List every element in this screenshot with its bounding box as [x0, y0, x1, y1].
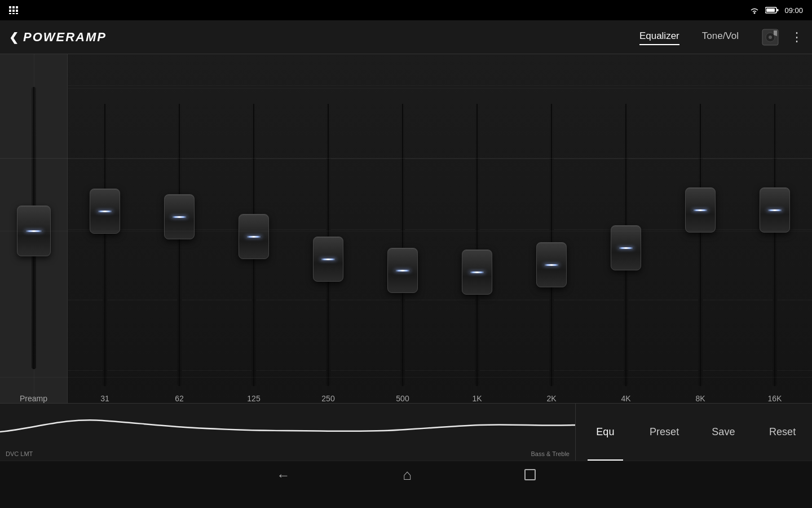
- band-8k-label: 8K: [663, 394, 738, 403]
- tab-reset[interactable]: Reset: [753, 404, 812, 461]
- band-31-knob[interactable]: [90, 189, 120, 234]
- status-right: 09:00: [749, 6, 803, 15]
- band-31-label: 31: [68, 394, 142, 403]
- grid-icon: [9, 6, 20, 14]
- eq-curve: [0, 409, 575, 443]
- band-250-track: [326, 104, 330, 386]
- band-500-track: [400, 104, 405, 386]
- preamp-knob[interactable]: [17, 205, 51, 256]
- band-1k-track: [475, 104, 479, 386]
- logo-arrow-icon: ❮: [9, 30, 19, 44]
- tab-preset[interactable]: Preset: [635, 404, 694, 461]
- band-31: 31: [68, 54, 142, 403]
- band-250-knob[interactable]: [313, 237, 343, 282]
- band-125-knob[interactable]: [239, 214, 269, 259]
- bottom-labels: DVC LMT Bass & Treble: [6, 450, 570, 457]
- bass-treble-label: Bass & Treble: [531, 450, 570, 457]
- svg-rect-6: [9, 13, 11, 14]
- bottom-section: DVC LMT Bass & Treble Equ Preset Save Re…: [0, 403, 812, 461]
- band-125: 125: [217, 54, 291, 403]
- preamp-label: Preamp: [0, 394, 67, 403]
- band-500-knob[interactable]: [387, 248, 418, 293]
- svg-rect-0: [9, 6, 11, 8]
- preamp-column: Preamp: [0, 54, 68, 403]
- tab-equ[interactable]: Equ: [576, 404, 635, 461]
- svg-point-9: [754, 12, 756, 14]
- tab-equalizer[interactable]: Equalizer: [639, 30, 679, 44]
- back-nav-icon[interactable]: ←: [276, 467, 290, 483]
- dvc-label: DVC LMT: [6, 450, 33, 457]
- band-2k-label: 2K: [514, 394, 589, 403]
- band-4k-knob[interactable]: [611, 225, 641, 270]
- band-62: 62: [142, 54, 217, 403]
- band-16k-track: [773, 104, 777, 386]
- band-2k-track: [549, 104, 554, 386]
- band-1k-label: 1K: [440, 394, 514, 403]
- band-62-knob[interactable]: [164, 194, 195, 239]
- status-bar: 09:00: [0, 0, 812, 20]
- band-2k-knob[interactable]: [536, 242, 567, 287]
- tab-tonevol[interactable]: Tone/Vol: [702, 30, 739, 44]
- status-left: [9, 6, 20, 14]
- band-250-label: 250: [291, 394, 365, 403]
- band-62-label: 62: [142, 394, 217, 403]
- band-62-track: [177, 104, 182, 386]
- eq-bands: 31 62 125 250 500: [68, 54, 812, 403]
- album-art-icon[interactable]: [761, 28, 779, 46]
- eq-container: Preamp 31 62 125: [0, 54, 812, 403]
- band-8k-knob[interactable]: [685, 187, 716, 233]
- header: ❮ POWERAMP Equalizer Tone/Vol ⋮: [0, 20, 812, 54]
- band-8k-track: [698, 104, 703, 386]
- band-4k-track: [624, 104, 628, 386]
- svg-rect-2: [16, 6, 18, 8]
- svg-rect-8: [16, 13, 18, 14]
- svg-rect-12: [766, 8, 775, 12]
- wifi-status-icon: [749, 6, 760, 14]
- logo-text: POWERAMP: [23, 30, 107, 45]
- curve-area: DVC LMT Bass & Treble: [0, 404, 575, 461]
- tab-save[interactable]: Save: [694, 404, 753, 461]
- band-1k: 1K: [440, 54, 514, 403]
- bottom-tabs: Equ Preset Save Reset: [575, 404, 812, 461]
- band-125-label: 125: [217, 394, 291, 403]
- recent-nav-icon[interactable]: [524, 469, 536, 480]
- band-1k-knob[interactable]: [462, 249, 492, 295]
- status-time: 09:00: [784, 6, 803, 15]
- logo: ❮ POWERAMP: [9, 30, 639, 45]
- header-tabs: Equalizer Tone/Vol: [639, 30, 739, 44]
- band-2k: 2K: [514, 54, 589, 403]
- preamp-track-wrapper: [32, 87, 36, 369]
- band-31-track: [103, 104, 107, 386]
- band-16k: 16K: [738, 54, 812, 403]
- menu-icon[interactable]: ⋮: [791, 30, 803, 45]
- header-icons: ⋮: [761, 28, 803, 46]
- battery-status-icon: [765, 6, 779, 14]
- svg-rect-7: [12, 13, 15, 14]
- band-4k-label: 4K: [589, 394, 663, 403]
- svg-rect-1: [12, 6, 15, 8]
- band-16k-label: 16K: [738, 394, 812, 403]
- band-4k: 4K: [589, 54, 663, 403]
- svg-rect-4: [12, 10, 15, 12]
- band-500: 500: [365, 54, 440, 403]
- svg-rect-3: [9, 10, 11, 12]
- svg-rect-11: [777, 9, 779, 11]
- band-125-track: [251, 104, 256, 386]
- band-250: 250: [291, 54, 365, 403]
- band-500-label: 500: [365, 394, 440, 403]
- home-nav-icon[interactable]: ⌂: [403, 466, 412, 484]
- nav-bar: ← ⌂: [0, 461, 812, 489]
- band-8k: 8K: [663, 54, 738, 403]
- band-16k-knob[interactable]: [760, 187, 790, 233]
- svg-point-15: [769, 36, 772, 39]
- svg-rect-5: [16, 10, 18, 12]
